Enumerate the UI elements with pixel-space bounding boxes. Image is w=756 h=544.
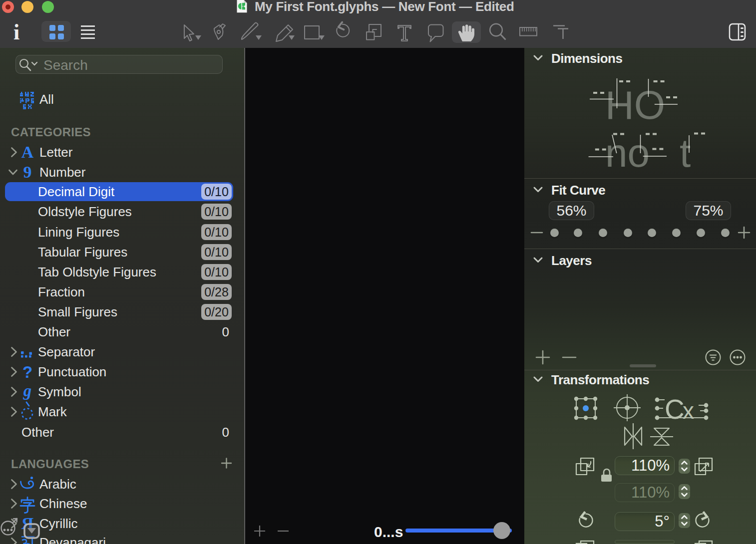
- svg-text:x: x: [683, 398, 694, 424]
- svg-text:no: no: [605, 131, 650, 175]
- svg-text:i: i: [13, 20, 19, 44]
- svg-text:C: C: [665, 394, 685, 425]
- svg-text:HO: HO: [605, 83, 665, 127]
